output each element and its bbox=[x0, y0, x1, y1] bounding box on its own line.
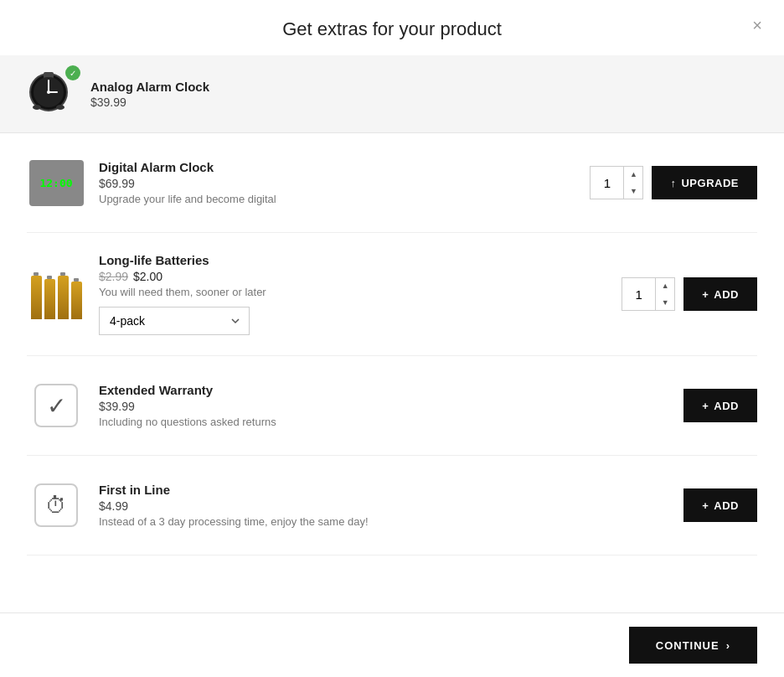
extra-desc-warranty: Including no questions asked returns bbox=[99, 416, 670, 428]
extra-price-batteries: $2.99 $2.00 bbox=[99, 270, 608, 283]
extra-desc-digital: Upgrade your life and become digital bbox=[99, 193, 576, 205]
warranty-icon-wrap: ✓ bbox=[34, 384, 78, 427]
close-button[interactable]: × bbox=[745, 13, 769, 37]
firstline-image: ⏱ bbox=[27, 476, 85, 535]
quantity-value-batteries: 1 bbox=[622, 277, 656, 311]
extra-item-warranty: ✓ Extended Warranty $39.99 Including no … bbox=[27, 356, 757, 456]
extra-sale-price-batteries: $2.00 bbox=[133, 270, 162, 283]
quantity-up-batteries[interactable]: ▲ bbox=[656, 277, 674, 294]
extra-name-firstline: First in Line bbox=[99, 483, 670, 497]
quantity-control-digital: 1 ▲ ▼ bbox=[590, 166, 643, 199]
selected-product-bar: ✓ Analog Alarm Clock $39.99 bbox=[0, 55, 784, 133]
selected-product-info: Analog Alarm Clock $39.99 bbox=[90, 80, 209, 109]
batteries-image bbox=[27, 265, 85, 323]
digital-clock-icon bbox=[29, 160, 84, 206]
selected-product-price: $39.99 bbox=[90, 96, 209, 109]
upgrade-button-digital[interactable]: ↑ UPGRADE bbox=[652, 166, 757, 199]
quantity-arrows-digital: ▲ ▼ bbox=[624, 166, 642, 199]
extras-list: Digital Alarm Clock $69.99 Upgrade your … bbox=[0, 133, 784, 612]
modal-container: Get extras for your product × ✓ Analog A… bbox=[0, 0, 784, 677]
quantity-control-batteries: 1 ▲ ▼ bbox=[622, 277, 675, 311]
extra-item-firstline: ⏱ First in Line $4.99 Instead of a 3 day… bbox=[27, 456, 757, 556]
modal-title: Get extras for your product bbox=[282, 18, 502, 39]
battery-2 bbox=[44, 279, 55, 319]
quantity-up-digital[interactable]: ▲ bbox=[624, 166, 642, 183]
extra-name-digital: Digital Alarm Clock bbox=[99, 160, 576, 174]
extra-original-price-batteries: $2.99 bbox=[99, 270, 128, 283]
firstline-icon: ⏱ bbox=[45, 493, 67, 519]
batteries-dropdown-wrap: 4-pack 8-pack 12-pack bbox=[99, 307, 608, 335]
battery-4 bbox=[71, 282, 82, 319]
quantity-down-batteries[interactable]: ▼ bbox=[656, 294, 674, 311]
extra-item-digital-alarm-clock: Digital Alarm Clock $69.99 Upgrade your … bbox=[27, 133, 757, 233]
quantity-down-digital[interactable]: ▼ bbox=[624, 183, 642, 199]
battery-3 bbox=[58, 276, 69, 319]
batteries-info: Long-life Batteries $2.99 $2.00 You will… bbox=[99, 253, 608, 335]
add-button-firstline[interactable]: + ADD bbox=[683, 488, 757, 522]
footer-bar: CONTINUE › bbox=[0, 612, 784, 677]
continue-arrow-icon: › bbox=[726, 639, 730, 652]
batteries-pack-select[interactable]: 4-pack 8-pack 12-pack bbox=[99, 307, 250, 335]
extra-price-warranty: $39.99 bbox=[99, 400, 670, 413]
firstline-info: First in Line $4.99 Instead of a 3 day p… bbox=[99, 483, 670, 528]
warranty-icon: ✓ bbox=[47, 392, 66, 420]
digital-alarm-clock-controls: 1 ▲ ▼ ↑ UPGRADE bbox=[590, 166, 757, 199]
digital-alarm-clock-image bbox=[27, 153, 85, 212]
battery-1 bbox=[31, 276, 42, 319]
batteries-controls: 1 ▲ ▼ + ADD bbox=[622, 277, 757, 311]
digital-alarm-clock-info: Digital Alarm Clock $69.99 Upgrade your … bbox=[99, 160, 576, 205]
extra-name-warranty: Extended Warranty bbox=[99, 383, 670, 397]
extra-price-value-firstline: $4.99 bbox=[99, 499, 128, 513]
warranty-image: ✓ bbox=[27, 376, 85, 435]
quantity-value-digital: 1 bbox=[591, 166, 624, 199]
upgrade-button-label: UPGRADE bbox=[681, 177, 739, 189]
analog-clock-icon bbox=[27, 69, 70, 112]
svg-point-6 bbox=[33, 105, 41, 110]
add-button-batteries[interactable]: + ADD bbox=[683, 277, 757, 311]
extra-desc-firstline: Instead of a 3 day processing time, enjo… bbox=[99, 515, 670, 528]
quantity-arrows-batteries: ▲ ▼ bbox=[656, 277, 674, 311]
firstline-icon-wrap: ⏱ bbox=[34, 483, 78, 527]
extra-price-value-warranty: $39.99 bbox=[99, 400, 135, 413]
selected-product-name: Analog Alarm Clock bbox=[90, 80, 209, 94]
selected-product-image: ✓ bbox=[27, 69, 77, 119]
svg-point-5 bbox=[47, 90, 50, 94]
add-button-label-warranty: ADD bbox=[714, 400, 739, 412]
continue-button[interactable]: CONTINUE › bbox=[629, 627, 757, 664]
extra-price-digital: $69.99 bbox=[99, 177, 576, 190]
extra-price-firstline: $4.99 bbox=[99, 499, 670, 513]
modal-header: Get extras for your product × bbox=[0, 0, 784, 55]
svg-point-7 bbox=[56, 105, 64, 110]
check-badge: ✓ bbox=[65, 65, 80, 80]
warranty-info: Extended Warranty $39.99 Including no qu… bbox=[99, 383, 670, 428]
add-button-label-firstline: ADD bbox=[714, 499, 739, 512]
extra-name-batteries: Long-life Batteries bbox=[99, 253, 608, 267]
extra-price-value-digital: $69.99 bbox=[99, 177, 135, 190]
add-plus-icon-firstline: + bbox=[702, 499, 709, 512]
extra-item-batteries: Long-life Batteries $2.99 $2.00 You will… bbox=[27, 233, 757, 356]
warranty-controls: + ADD bbox=[683, 389, 757, 422]
upgrade-arrow-icon: ↑ bbox=[670, 177, 676, 189]
add-plus-icon-warranty: + bbox=[702, 400, 709, 412]
add-plus-icon-batteries: + bbox=[702, 288, 709, 301]
add-button-label-batteries: ADD bbox=[714, 288, 739, 301]
firstline-controls: + ADD bbox=[683, 488, 757, 522]
extra-desc-batteries: You will need them, sooner or later bbox=[99, 286, 608, 298]
add-button-warranty[interactable]: + ADD bbox=[683, 389, 757, 422]
batteries-icon bbox=[29, 269, 84, 319]
continue-button-label: CONTINUE bbox=[656, 639, 720, 652]
